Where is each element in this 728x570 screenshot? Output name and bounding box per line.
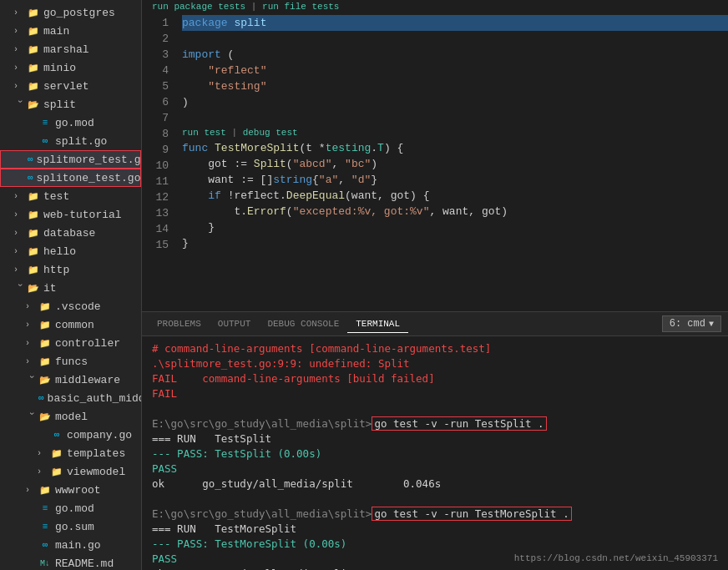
sidebar-item-servlet[interactable]: › 📁 servlet (0, 77, 141, 95)
sidebar-item-http[interactable]: › 📁 http (0, 260, 141, 279)
sidebar-item-splitone-test[interactable]: ∞ splitone_test.go (0, 169, 141, 187)
terminal-line: === RUN TestSplit (152, 431, 718, 446)
folder-icon: 📁 (27, 43, 40, 56)
code-line-4: "reflect" (182, 63, 728, 78)
terminal-line: # command-line-arguments [command-line-a… (152, 341, 718, 356)
code-line-7 (182, 110, 728, 126)
sidebar-item-it[interactable]: › 📂 it (0, 279, 141, 297)
sidebar-item-company-go[interactable]: ∞ company.go (0, 426, 141, 444)
sidebar-item-split-go[interactable]: ∞ split.go (0, 132, 141, 150)
terminal-output[interactable]: # command-line-arguments [command-line-a… (142, 336, 728, 570)
code-editor[interactable]: package split import ( "reflect" "testin… (175, 13, 728, 311)
terminal-line (152, 492, 718, 507)
code-line-3: import ( (182, 47, 728, 63)
run-test-link[interactable]: run test (182, 128, 226, 138)
folder-icon: 📁 (27, 189, 40, 203)
code-line-13: } (182, 219, 728, 235)
sidebar-item-go-mod-split[interactable]: ≡ go.mod (0, 113, 141, 132)
sidebar-item-go-postgres[interactable]: › 📁 go_postgres (0, 3, 141, 22)
terminal-line: --- PASS: TestSplit (0.00s) (152, 446, 718, 462)
code-line-11: if !reflect.DeepEqual(want, got) { (182, 188, 728, 204)
sidebar-item-label: templates (67, 447, 125, 460)
sidebar-item-vscode[interactable]: › 📁 .vscode (0, 297, 141, 315)
sidebar-item-label: split.go (55, 135, 107, 148)
sidebar-item-common[interactable]: › 📁 common (0, 315, 141, 334)
sidebar-item-controller[interactable]: › 📁 controller (0, 334, 141, 352)
arrow-icon: › (13, 45, 25, 54)
go-file-icon: ∞ (28, 171, 33, 184)
sidebar-item-test[interactable]: › 📁 test (0, 187, 141, 205)
tab-problems[interactable]: PROBLEMS (149, 315, 210, 332)
sidebar-item-label: go_postgres (43, 7, 115, 19)
sidebar-item-label: hello (43, 245, 76, 258)
code-line-9: got := Split("abcd", "bc") (182, 156, 728, 172)
watermark: https://blog.csdn.net/weixin_45903371 (514, 553, 718, 563)
arrow-icon: › (27, 411, 36, 422)
terminal-line: ok go_study/all_media/split 0.046s (152, 567, 718, 570)
sidebar-item-label: .vscode (55, 300, 101, 313)
folder-icon: 📁 (50, 446, 63, 460)
tab-output[interactable]: OUTPUT (210, 315, 260, 332)
sidebar-item-go-sum[interactable]: ≡ go.sum (0, 517, 141, 536)
sidebar-item-minio[interactable]: › 📁 minio (0, 58, 141, 77)
sidebar-item-funcs[interactable]: › 📁 funcs (0, 352, 141, 371)
separator: | (251, 2, 262, 12)
arrow-icon: › (13, 27, 25, 36)
terminal-instance-label: 6: cmd (670, 318, 705, 330)
code-view: 1 2 3 4 5 6 7 8 9 10 11 12 13 14 15 pack… (142, 13, 728, 311)
run-file-tests-link[interactable]: run file tests (262, 2, 339, 12)
sidebar-item-splitmore-test[interactable]: ∞ splitmore_test.go (0, 150, 141, 169)
folder-icon: 📁 (27, 79, 40, 93)
sidebar-item-viewmodel[interactable]: › 📁 viewmodel (0, 462, 141, 481)
arrow-icon: › (13, 8, 25, 18)
sidebar-item-go-mod[interactable]: ≡ go.mod (0, 499, 141, 517)
sidebar-item-label: company.go (67, 429, 132, 441)
terminal-line (152, 401, 718, 416)
sidebar-item-label: go.sum (55, 521, 94, 533)
terminal-dropdown[interactable]: 6: cmd ▼ (662, 315, 721, 332)
editor: run package tests | run file tests 1 2 3… (142, 0, 728, 311)
sidebar-item-main[interactable]: › 📁 main (0, 22, 141, 40)
run-package-tests-link[interactable]: run package tests (152, 2, 245, 12)
folder-open-icon: 📂 (27, 281, 40, 295)
sidebar-item-web-tutorial[interactable]: › 📁 web-tutorial (0, 205, 141, 224)
sidebar-item-label: go.mod (55, 502, 94, 515)
sidebar-item-label: it (43, 282, 57, 295)
sidebar-item-label: splitmore_test.go (37, 154, 142, 166)
file-explorer: › 📁 go_postgres › 📁 main › 📁 marshal › 📁… (0, 0, 142, 570)
debug-test-link[interactable]: debug test (243, 128, 298, 138)
sidebar-item-hello[interactable]: › 📁 hello (0, 242, 141, 260)
sidebar-item-label: main.go (55, 539, 101, 552)
sidebar-item-database[interactable]: › 📁 database (0, 224, 141, 242)
folder-icon: 📁 (27, 61, 40, 74)
go-file-icon: ∞ (38, 134, 52, 148)
terminal-line: .\splitmore_test.go:9:9: undefined: Spli… (152, 356, 718, 371)
arrow-icon: › (25, 486, 37, 495)
sidebar-item-label: middleware (55, 374, 120, 386)
sidebar-item-middleware[interactable]: › 📂 middleware (0, 371, 141, 389)
sidebar-item-label: common (55, 319, 94, 331)
tab-terminal[interactable]: TERMINAL (347, 315, 408, 333)
arrow-icon: › (37, 467, 48, 477)
sidebar-item-label: splitone_test.go (37, 172, 141, 184)
terminal-line: === RUN TestMoreSplit (152, 522, 718, 537)
sidebar-item-readme[interactable]: M↓ README.md (0, 554, 141, 570)
tab-debug-console[interactable]: DEBUG CONSOLE (259, 315, 347, 332)
sidebar-item-split[interactable]: › 📂 split (0, 95, 141, 113)
code-line-14: } (182, 235, 728, 251)
arrow-icon: › (15, 282, 24, 294)
go-file-icon: ∞ (38, 538, 52, 552)
terminal-panel: PROBLEMS OUTPUT DEBUG CONSOLE TERMINAL 6… (142, 311, 728, 570)
sidebar-item-basic-auth[interactable]: ∞ basic_auth_middle... (0, 389, 141, 407)
sidebar-item-marshal[interactable]: › 📁 marshal (0, 40, 141, 58)
sidebar-item-label: database (43, 227, 95, 240)
arrow-icon: › (13, 63, 25, 73)
sidebar-item-model[interactable]: › 📂 model (0, 407, 141, 426)
sidebar-item-main-go[interactable]: ∞ main.go (0, 536, 141, 554)
sidebar-item-wwwroot[interactable]: › 📁 wwwroot (0, 481, 141, 499)
sidebar-item-label: viewmodel (67, 466, 125, 478)
folder-icon: 📁 (38, 483, 52, 497)
md-file-icon: M↓ (38, 557, 52, 570)
sidebar-item-templates[interactable]: › 📁 templates (0, 444, 141, 462)
sidebar-item-label: servlet (43, 80, 89, 93)
